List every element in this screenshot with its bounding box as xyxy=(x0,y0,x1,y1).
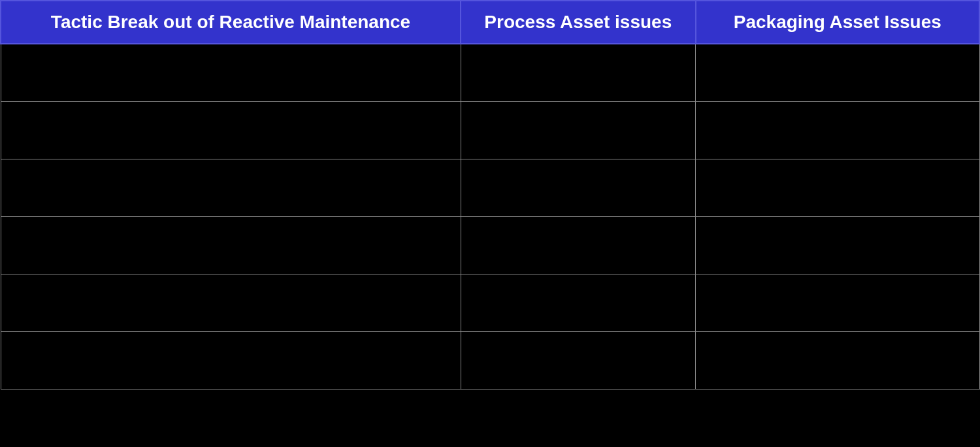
table-row xyxy=(1,159,979,216)
cell-3-0 xyxy=(1,216,461,274)
footer-area xyxy=(0,389,980,429)
cell-0-0 xyxy=(1,44,461,101)
table-row xyxy=(1,331,979,389)
cell-5-1 xyxy=(461,331,696,389)
cell-1-0 xyxy=(1,101,461,159)
cell-2-2 xyxy=(696,159,979,216)
header-col1: Tactic Break out of Reactive Maintenance xyxy=(1,1,461,44)
cell-0-2 xyxy=(696,44,979,101)
cell-3-2 xyxy=(696,216,979,274)
cell-4-0 xyxy=(1,274,461,331)
table-row xyxy=(1,274,979,331)
cell-5-2 xyxy=(696,331,979,389)
cell-0-1 xyxy=(461,44,696,101)
cell-5-0 xyxy=(1,331,461,389)
table-row xyxy=(1,101,979,159)
cell-4-1 xyxy=(461,274,696,331)
header-row: Tactic Break out of Reactive Maintenance… xyxy=(1,1,979,44)
header-col3: Packaging Asset Issues xyxy=(696,1,979,44)
cell-1-1 xyxy=(461,101,696,159)
cell-2-0 xyxy=(1,159,461,216)
table-row xyxy=(1,44,979,101)
table-row xyxy=(1,216,979,274)
cell-2-1 xyxy=(461,159,696,216)
cell-1-2 xyxy=(696,101,979,159)
main-table: Tactic Break out of Reactive Maintenance… xyxy=(0,0,980,389)
header-col2: Process Asset issues xyxy=(461,1,696,44)
cell-3-1 xyxy=(461,216,696,274)
main-container: Tactic Break out of Reactive Maintenance… xyxy=(0,0,980,447)
cell-4-2 xyxy=(696,274,979,331)
